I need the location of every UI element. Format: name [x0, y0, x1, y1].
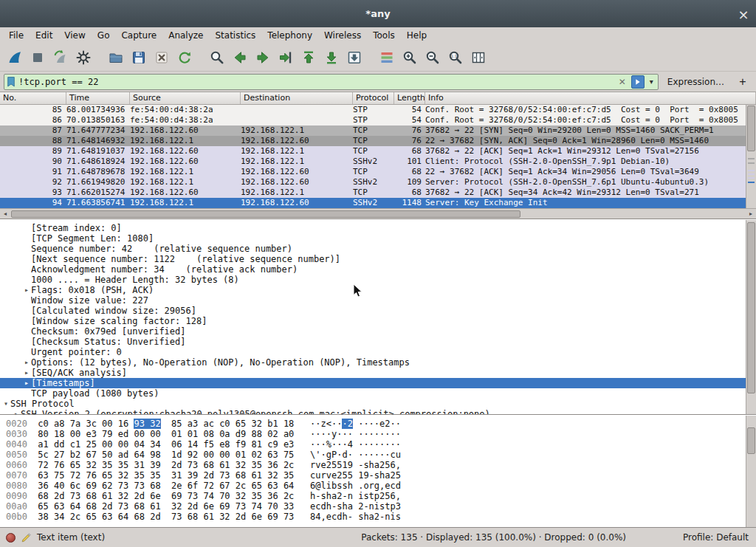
hex-byte[interactable]: 69 [219, 501, 230, 512]
go-back-button[interactable] [228, 46, 251, 69]
ascii-char[interactable]: p [391, 501, 396, 512]
hex-byte[interactable]: 73 [284, 512, 294, 522]
open-file-button[interactable] [104, 46, 127, 69]
add-filter-button[interactable]: + [733, 74, 752, 90]
hex-byte[interactable]: 16 [118, 419, 128, 429]
stop-capture-button[interactable] [26, 46, 49, 69]
ascii-char[interactable]: l [321, 481, 326, 491]
detail-line[interactable]: ▸[Timestamps] [0, 378, 746, 388]
hex-byte[interactable]: 69 [171, 491, 182, 501]
ascii-char[interactable]: 2 [326, 460, 331, 470]
hex-byte[interactable]: 02 [252, 450, 262, 460]
hex-byte[interactable]: 73 [188, 491, 198, 501]
hex-byte[interactable]: 35 [284, 470, 294, 481]
hex-byte[interactable]: ad [118, 450, 128, 460]
ascii-char[interactable]: · [348, 450, 353, 460]
packet-row[interactable]: 8771.647777234192.168.122.60192.168.122.… [0, 125, 746, 136]
detail-line[interactable]: [Checksum Status: Unverified] [0, 337, 746, 347]
go-last-packet-button[interactable] [320, 46, 343, 69]
ascii-char[interactable]: t [369, 491, 374, 501]
menu-item-analyze[interactable]: Analyze [162, 29, 209, 42]
hex-byte[interactable]: 25 [86, 439, 96, 450]
detail-line[interactable]: Window size value: 227 [0, 295, 746, 306]
hex-byte[interactable]: 08 [203, 429, 213, 439]
expression-button[interactable]: Expression… [663, 77, 729, 87]
hex-byte[interactable]: 64 [134, 450, 144, 460]
hex-byte[interactable]: 68 [203, 460, 213, 470]
ascii-char[interactable]: 1 [342, 460, 347, 470]
hex-byte[interactable]: 32 [150, 419, 160, 429]
hex-byte[interactable]: 70 [267, 501, 278, 512]
hex-byte[interactable]: 6e [150, 491, 160, 501]
ascii-char[interactable]: 5 [348, 470, 353, 481]
hex-byte[interactable]: 68 [134, 512, 144, 522]
hex-byte[interactable]: 61 [102, 491, 112, 501]
hex-byte[interactable]: 61 [252, 470, 262, 481]
ascii-char[interactable]: a [385, 470, 390, 481]
ascii-char[interactable]: 5 [385, 491, 390, 501]
ascii-char[interactable]: a [369, 512, 374, 522]
ascii-char[interactable]: · [374, 439, 379, 450]
hex-byte[interactable]: 2c [284, 460, 294, 470]
ascii-char[interactable]: · [396, 439, 401, 450]
hex-byte[interactable]: 72 [38, 460, 48, 470]
hex-byte[interactable]: 73 [118, 501, 128, 512]
hex-byte[interactable]: 2d [102, 501, 112, 512]
ascii-char[interactable]: d [342, 450, 347, 460]
ascii-char[interactable]: 2 [391, 470, 396, 481]
hex-byte[interactable]: 01 [188, 429, 198, 439]
hex-byte[interactable]: 2d [236, 512, 246, 522]
hex-byte[interactable]: e3 [86, 429, 96, 439]
ascii-char[interactable]: e [326, 512, 331, 522]
expand-arrow-icon[interactable]: ▸ [12, 409, 21, 414]
hex-byte[interactable]: 27 [54, 450, 64, 460]
ascii-char[interactable]: · [369, 429, 374, 439]
go-to-packet-button[interactable] [274, 46, 297, 69]
ascii-char[interactable]: a [348, 501, 353, 512]
hex-byte[interactable]: 63 [267, 481, 278, 491]
expand-arrow-icon[interactable]: ▸ [22, 378, 31, 388]
hex-byte[interactable]: 6f [188, 481, 198, 491]
hex-byte[interactable]: d9 [236, 429, 246, 439]
hex-byte[interactable]: 63 [102, 512, 112, 522]
ascii-char[interactable]: g [326, 450, 331, 460]
ascii-char[interactable]: e [321, 460, 326, 470]
ascii-char[interactable]: n [385, 512, 390, 522]
ascii-char[interactable]: · [315, 419, 320, 429]
hex-byte[interactable]: 31 [134, 460, 144, 470]
ascii-char[interactable]: c [315, 501, 320, 512]
hex-byte[interactable]: 2d [54, 491, 64, 501]
ascii-char[interactable]: · [348, 429, 353, 439]
hex-byte[interactable]: 65 [86, 512, 96, 522]
detail-line[interactable]: ▸[SEQ/ACK analysis] [0, 368, 746, 378]
ascii-char[interactable]: h [342, 512, 347, 522]
detail-line[interactable]: Checksum: 0x79ed [unverified] [0, 326, 746, 337]
ascii-char[interactable]: n [369, 501, 374, 512]
ascii-char[interactable]: 2 [385, 419, 390, 429]
ascii-char[interactable]: 2 [348, 419, 353, 429]
detail-line[interactable]: TCP payload (1080 bytes) [0, 388, 746, 399]
hex-byte[interactable]: 04 [134, 439, 144, 450]
menu-item-file[interactable]: File [3, 29, 30, 42]
ascii-char[interactable]: · [385, 429, 390, 439]
hex-byte[interactable]: ed [118, 429, 128, 439]
expand-arrow-icon[interactable]: ▸ [22, 285, 31, 295]
ascii-char[interactable]: < [326, 419, 331, 429]
ascii-char[interactable]: · [391, 429, 396, 439]
packet-row[interactable]: 9271.661949820192.168.122.1192.168.122.6… [0, 177, 746, 188]
menu-item-view[interactable]: View [58, 29, 91, 42]
filter-bookmark-icon[interactable] [7, 76, 16, 88]
detail-line[interactable]: [Window size scaling factor: 128] [0, 316, 746, 326]
ascii-char[interactable]: 4 [315, 512, 320, 522]
detail-line[interactable]: [Calculated window size: 29056] [0, 306, 746, 316]
go-forward-button[interactable] [251, 46, 274, 69]
ascii-char[interactable]: u [396, 450, 401, 460]
hex-byte[interactable]: 68 [86, 501, 96, 512]
hex-byte[interactable]: 68 [38, 491, 48, 501]
hex-byte[interactable]: 85 [171, 419, 182, 429]
ascii-char[interactable]: , [321, 512, 326, 522]
hex-byte[interactable]: 64 [70, 501, 80, 512]
hex-byte[interactable]: 00 [70, 429, 80, 439]
hex-byte[interactable]: 34 [150, 439, 160, 450]
ascii-char[interactable]: 9 [348, 460, 353, 470]
